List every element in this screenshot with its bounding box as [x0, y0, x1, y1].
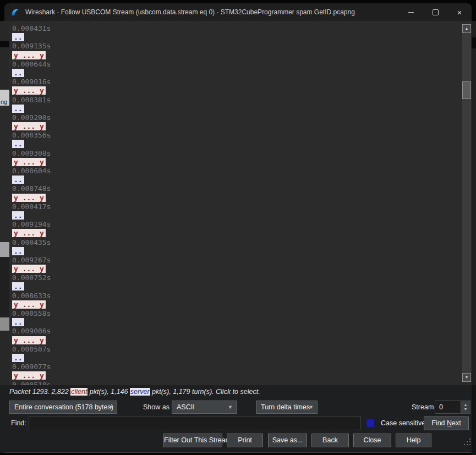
delta-times-select-value: Turn delta times: [261, 403, 310, 411]
stream-line: y ... y: [12, 51, 459, 60]
server-data-segment[interactable]: ..: [12, 69, 24, 77]
close-dialog-button[interactable]: Close: [353, 434, 391, 447]
stream-line: y ... y: [12, 371, 459, 380]
background-window-fragment: [472, 37, 476, 48]
delta-time-label: 0.009077s: [12, 363, 459, 371]
stream-line: ..: [12, 354, 459, 363]
delta-time-label: 0.000752s: [12, 273, 459, 282]
delta-times-select[interactable]: Turn delta times ▼: [256, 401, 318, 414]
server-data-segment[interactable]: ..: [12, 318, 24, 326]
window-bottom-edge: [4, 452, 472, 453]
server-data-segment[interactable]: ..: [12, 354, 24, 362]
stream-line: ..: [12, 176, 459, 184]
client-data-segment[interactable]: y ... y: [12, 265, 46, 273]
server-data-segment[interactable]: ..: [12, 247, 24, 255]
show-as-select-value: ASCII: [177, 403, 195, 411]
delta-time-label: 0.000431s: [12, 24, 459, 33]
background-window-fragment: [0, 317, 9, 331]
background-window-fragment: [0, 41, 9, 47]
server-data-segment[interactable]: ..: [12, 105, 24, 113]
scroll-up-icon[interactable]: ▲: [462, 24, 471, 33]
delta-time-label: 0.009194s: [12, 220, 459, 229]
server-data-segment[interactable]: ..: [12, 211, 24, 220]
spinner-arrows[interactable]: ▲▼: [461, 401, 470, 413]
background-window-fragment: ng: [0, 90, 9, 106]
client-data-segment[interactable]: y ... y: [12, 158, 46, 166]
follow-stream-text-area[interactable]: 0.000431s..0.009135sy ... y0.000644s..0.…: [9, 21, 472, 385]
stream-line: y ... y: [12, 122, 459, 131]
show-as-select[interactable]: ASCII ▼: [172, 401, 237, 414]
delta-time-label: 0.000417s: [12, 202, 459, 211]
server-data-segment[interactable]: ..: [12, 282, 24, 290]
server-data-segment[interactable]: ..: [12, 33, 24, 41]
background-window-fragment: [472, 385, 476, 455]
hint-server-word: server: [130, 388, 150, 396]
client-data-segment[interactable]: y ... y: [12, 51, 46, 59]
find-next-label: Find: [431, 419, 447, 427]
spin-up-icon: ▲: [464, 403, 468, 407]
client-data-segment[interactable]: y ... y: [12, 86, 46, 95]
stream-line: ..: [12, 33, 459, 42]
delta-time-label: 0.008633s: [12, 292, 459, 300]
delta-time-label: 0.000507s: [12, 345, 459, 354]
window-title: Wireshark · Follow USBCOM Stream (usbcom…: [25, 8, 399, 16]
server-data-segment[interactable]: ..: [12, 176, 24, 184]
back-button[interactable]: Back: [311, 434, 349, 447]
conversation-select[interactable]: Entire conversation (5178 bytes) ▼: [9, 401, 117, 414]
maximize-button[interactable]: [423, 3, 447, 21]
delta-time-label: 0.009200s: [12, 113, 459, 122]
delta-time-label: 0.009308s: [12, 149, 459, 158]
spin-down-icon: ▼: [464, 407, 468, 412]
close-button[interactable]: ×: [447, 3, 472, 21]
find-label: Find:: [11, 416, 26, 430]
save-as-button[interactable]: Save as...: [268, 434, 307, 447]
stream-line: y ... y: [12, 194, 459, 202]
delta-time-label: 0.000381s: [12, 96, 459, 105]
delta-time-label: 0.009135s: [12, 42, 459, 51]
client-data-segment[interactable]: y ... y: [12, 336, 46, 344]
stream-line: y ... y: [12, 86, 459, 95]
hint-client-word: client: [70, 388, 87, 396]
filter-out-stream-button[interactable]: Filter Out This Stream: [163, 434, 222, 447]
case-sensitive-checkbox[interactable]: [366, 419, 375, 427]
delta-time-label: 0.008748s: [12, 184, 459, 193]
background-window-fragment: [0, 257, 9, 317]
maximize-icon: [433, 9, 439, 15]
background-window-fragment: [472, 48, 476, 385]
stream-line: ..: [12, 105, 459, 113]
packet-hint-text: Packet 1293. 2,822 client pkt(s), 1,146 …: [9, 388, 260, 396]
client-data-segment[interactable]: y ... y: [12, 194, 46, 202]
chevron-down-icon: ▼: [309, 401, 314, 413]
client-data-segment[interactable]: y ... y: [12, 371, 46, 380]
vertical-scrollbar[interactable]: ▲ ▼: [462, 24, 471, 382]
stream-number-spinner[interactable]: 0 ▲▼: [435, 401, 470, 414]
help-button[interactable]: Help: [396, 434, 431, 447]
find-input[interactable]: [29, 416, 361, 430]
background-window-fragment: [0, 106, 9, 242]
stream-number-value: 0: [439, 403, 443, 411]
scroll-down-icon[interactable]: ▼: [462, 373, 471, 382]
client-data-segment[interactable]: y ... y: [12, 229, 46, 237]
background-window-partial-text: ng: [1, 98, 7, 105]
client-data-segment[interactable]: y ... y: [12, 122, 46, 130]
stream-line: y ... y: [12, 300, 459, 309]
background-window-fragment: [0, 331, 9, 385]
find-next-button[interactable]: Find Next: [424, 416, 469, 430]
background-window-fragment: [0, 242, 9, 257]
stream-lines: 0.000431s..0.009135sy ... y0.000644s..0.…: [12, 24, 459, 385]
stream-line: ..: [12, 318, 459, 327]
delta-time-label: 0.000356s: [12, 131, 459, 140]
delta-time-label: 0.000558s: [12, 309, 459, 318]
minimize-button[interactable]: [399, 3, 423, 21]
minimize-icon: [408, 12, 414, 13]
print-button[interactable]: Print: [227, 434, 263, 447]
client-data-segment[interactable]: y ... y: [12, 300, 46, 309]
resize-grip-icon[interactable]: [464, 438, 472, 446]
hint-suffix: pkt(s), 1,179 turn(s). Click to select.: [150, 388, 260, 396]
scrollbar-thumb[interactable]: [462, 81, 471, 99]
stream-line: ..: [12, 211, 459, 220]
window-titlebar[interactable]: Wireshark · Follow USBCOM Stream (usbcom…: [4, 3, 472, 21]
stream-line: ..: [12, 247, 459, 256]
server-data-segment[interactable]: ..: [12, 140, 24, 148]
delta-time-label: 0.009006s: [12, 327, 459, 336]
